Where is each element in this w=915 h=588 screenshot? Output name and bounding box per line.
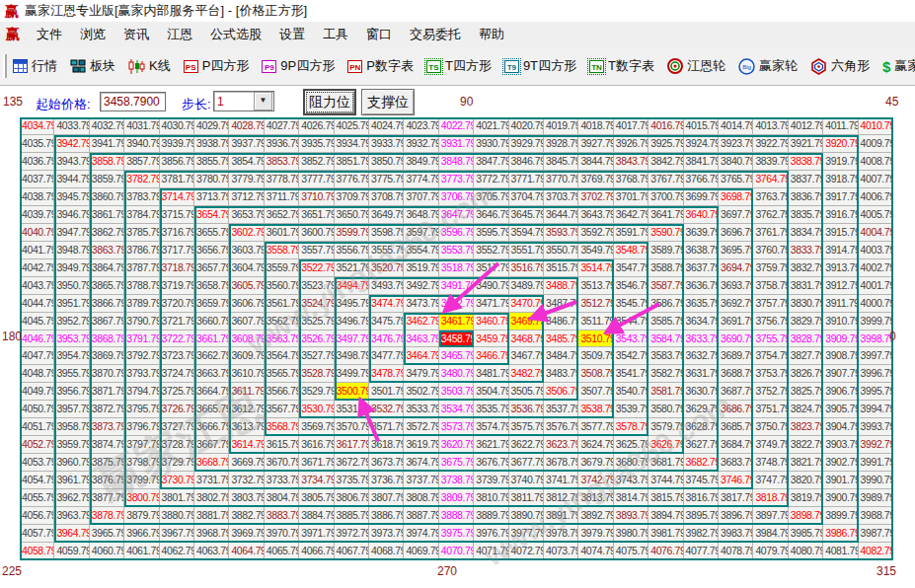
grid-cell[interactable]: 3957.79: [54, 401, 89, 418]
grid-cell[interactable]: 3530.79: [299, 401, 334, 418]
grid-cell[interactable]: 3733.79: [265, 472, 299, 489]
grid-cell[interactable]: 3655.79: [194, 224, 229, 242]
grid-cell[interactable]: 3587.79: [648, 277, 683, 295]
menu-item-文件[interactable]: 文件: [28, 22, 71, 47]
toolbar-button-赢家服务[interactable]: $赢家服务: [882, 57, 915, 75]
grid-cell[interactable]: 4004.79: [859, 224, 893, 242]
grid-cell[interactable]: 4003.79: [859, 242, 893, 259]
grid-cell[interactable]: 3518.79: [439, 259, 474, 277]
grid-cell[interactable]: 3619.79: [404, 436, 438, 454]
resistance-cell[interactable]: 3510.79: [578, 331, 613, 348]
grid-cell[interactable]: 3625.79: [614, 436, 648, 454]
grid-cell[interactable]: 3840.79: [719, 153, 753, 171]
grid-cell[interactable]: 3643.79: [578, 206, 613, 224]
grid-cell[interactable]: 3783.79: [124, 188, 159, 206]
grid-cell[interactable]: 3710.79: [299, 188, 334, 206]
grid-cell[interactable]: 3713.79: [194, 188, 229, 206]
grid-cell[interactable]: 4014.79: [719, 117, 753, 135]
grid-cell[interactable]: 3663.79: [194, 365, 229, 383]
grid-cell[interactable]: 3635.79: [684, 295, 719, 313]
grid-cell[interactable]: 3685.79: [719, 418, 753, 436]
grid-cell[interactable]: 3648.79: [404, 206, 438, 224]
grid-cell[interactable]: 3819.79: [789, 489, 823, 507]
grid-cell[interactable]: 4065.79: [265, 543, 299, 560]
grid-cell[interactable]: 3967.79: [160, 525, 194, 543]
grid-cell[interactable]: 3487.79: [544, 295, 578, 313]
grid-cell[interactable]: 4002.79: [859, 259, 893, 277]
grid-cell[interactable]: 4039.79: [20, 206, 54, 224]
grid-cell[interactable]: 3852.79: [299, 153, 334, 171]
grid-cell[interactable]: 3468.79: [509, 331, 544, 348]
grid-cell[interactable]: 3786.79: [124, 242, 159, 259]
grid-cell[interactable]: 3749.79: [753, 436, 788, 454]
menu-item-资讯[interactable]: 资讯: [114, 22, 158, 47]
grid-cell[interactable]: 3522.79: [299, 259, 334, 277]
grid-cell[interactable]: 3841.79: [684, 153, 719, 171]
grid-cell[interactable]: 3928.79: [544, 135, 578, 153]
grid-cell[interactable]: 3562.79: [265, 313, 299, 331]
grid-cell[interactable]: 3884.79: [299, 507, 334, 525]
grid-cell[interactable]: 3649.79: [369, 206, 404, 224]
grid-cell[interactable]: 3738.79: [439, 472, 474, 489]
grid-cell[interactable]: 3881.79: [194, 507, 229, 525]
grid-cell[interactable]: 4051.79: [20, 418, 54, 436]
grid-cell[interactable]: 3876.79: [90, 472, 124, 489]
grid-cell[interactable]: 3974.79: [404, 525, 438, 543]
grid-cell[interactable]: 3976.79: [474, 525, 508, 543]
grid-cell[interactable]: 3589.79: [648, 242, 683, 259]
grid-cell[interactable]: 3877.79: [90, 489, 124, 507]
grid-cell[interactable]: 3866.79: [90, 295, 124, 313]
grid-cell[interactable]: 3934.79: [335, 135, 369, 153]
grid-cell[interactable]: 3984.79: [753, 525, 788, 543]
grid-cell[interactable]: 4056.79: [20, 507, 54, 525]
grid-cell[interactable]: 3818.79: [753, 489, 788, 507]
grid-cell[interactable]: 3941.79: [90, 135, 124, 153]
grid-cell[interactable]: 4000.79: [859, 295, 893, 313]
grid-cell[interactable]: 3597.79: [404, 224, 438, 242]
grid-cell[interactable]: 3824.79: [789, 401, 823, 418]
grid-cell[interactable]: 4041.79: [20, 242, 54, 259]
grid-cell[interactable]: 3955.79: [54, 365, 89, 383]
grid-cell[interactable]: 3678.79: [544, 454, 578, 472]
grid-cell[interactable]: 3929.79: [509, 135, 544, 153]
grid-cell[interactable]: 3760.79: [753, 242, 788, 259]
grid-cell[interactable]: 3535.79: [474, 401, 508, 418]
grid-cell[interactable]: 3492.79: [404, 277, 438, 295]
grid-cell[interactable]: 3762.79: [753, 206, 788, 224]
grid-cell[interactable]: 3465.79: [439, 347, 474, 365]
grid-cell[interactable]: 3570.79: [335, 418, 369, 436]
grid-cell[interactable]: 3781.79: [160, 171, 194, 188]
grid-cell[interactable]: 3595.79: [474, 224, 508, 242]
grid-cell[interactable]: 3555.79: [369, 242, 404, 259]
grid-cell[interactable]: 3464.79: [404, 347, 438, 365]
grid-cell[interactable]: 3528.79: [299, 365, 334, 383]
grid-cell[interactable]: 3740.79: [509, 472, 544, 489]
grid-cell[interactable]: 3564.79: [265, 347, 299, 365]
grid-cell[interactable]: 3766.79: [684, 171, 719, 188]
grid-cell[interactable]: 3641.79: [648, 206, 683, 224]
grid-cell[interactable]: 3697.79: [719, 206, 753, 224]
grid-cell[interactable]: 3980.79: [614, 525, 648, 543]
grid-cell[interactable]: 3657.79: [194, 259, 229, 277]
grid-cell[interactable]: 3503.79: [439, 383, 474, 401]
grid-cell[interactable]: 3614.79: [229, 436, 264, 454]
grid-cell[interactable]: 3832.79: [789, 259, 823, 277]
grid-cell[interactable]: 3878.79: [90, 507, 124, 525]
grid-cell[interactable]: 3987.79: [859, 525, 893, 543]
grid-cell[interactable]: 4068.79: [369, 543, 404, 560]
grid-cell[interactable]: 3890.79: [509, 507, 544, 525]
grid-cell[interactable]: 3579.79: [648, 418, 683, 436]
grid-cell[interactable]: 3990.79: [859, 472, 893, 489]
grid-cell[interactable]: 4005.79: [859, 206, 893, 224]
grid-cell[interactable]: 3712.79: [229, 188, 264, 206]
grid-cell[interactable]: 3650.79: [335, 206, 369, 224]
grid-cell[interactable]: 3889.79: [474, 507, 508, 525]
grid-cell[interactable]: 3711.79: [265, 188, 299, 206]
grid-cell[interactable]: 4069.79: [404, 543, 438, 560]
grid-cell[interactable]: 3630.79: [684, 383, 719, 401]
grid-cell[interactable]: 3543.79: [614, 331, 648, 348]
grid-cell[interactable]: 3835.79: [789, 206, 823, 224]
grid-cell[interactable]: 4076.79: [648, 543, 683, 560]
grid-cell[interactable]: 3654.79: [194, 206, 229, 224]
grid-cell[interactable]: 3601.79: [265, 224, 299, 242]
